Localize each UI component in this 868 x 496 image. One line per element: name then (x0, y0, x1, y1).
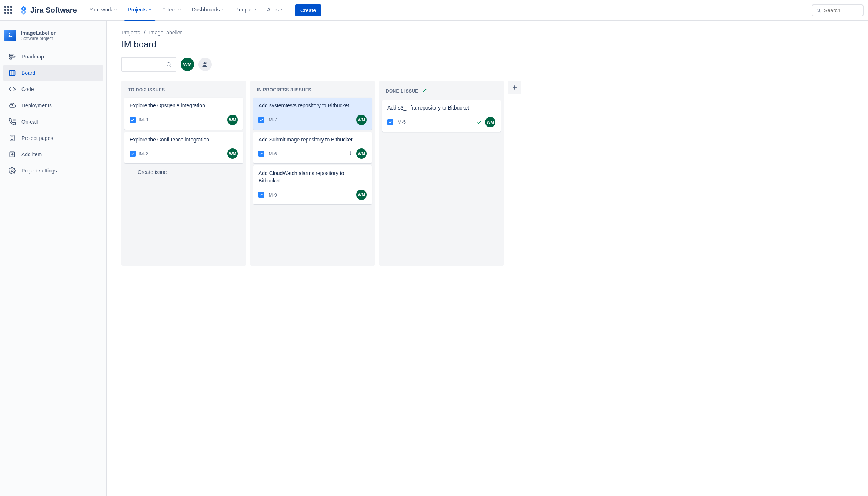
assignee-avatar[interactable]: WM (227, 115, 238, 125)
card-footer: IM-2WM (130, 148, 238, 159)
svg-point-0 (817, 9, 820, 11)
project-type: Software project (21, 36, 56, 41)
task-type-icon (258, 192, 264, 198)
card-title: Add s3_infra repository to Bitbucket (387, 104, 495, 112)
breadcrumb-item[interactable]: Projects (121, 30, 140, 36)
nav-projects[interactable]: Projects (124, 0, 156, 21)
assignee-avatar[interactable]: WM (227, 148, 238, 159)
card-footer: IM-5WM (387, 117, 495, 127)
issue-card[interactable]: Explore the Confluence integrationIM-2WM (124, 132, 243, 164)
board: TO DO 2 ISSUESExplore the Opsgenie integ… (121, 81, 853, 266)
app-switcher-icon[interactable] (4, 6, 13, 15)
issue-key: IM-7 (267, 117, 277, 123)
chevron-down-icon (114, 8, 117, 11)
card-meta: IM-5 (387, 119, 406, 125)
sidebar-item-oncall[interactable]: On-call (3, 114, 103, 130)
card-meta: IM-7 (258, 117, 277, 123)
sidebar-item-roadmap[interactable]: Roadmap (3, 49, 103, 64)
card-right: WM (356, 115, 367, 125)
card-title: Explore the Opsgenie integration (130, 102, 238, 110)
board-column: IN PROGRESS 3 ISSUESAdd systemtests repo… (250, 81, 375, 266)
svg-point-12 (167, 63, 170, 66)
board-column: DONE 1 ISSUEAdd s3_infra repository to B… (379, 81, 504, 266)
jira-logo-icon (19, 6, 28, 15)
issue-key: IM-5 (396, 119, 406, 125)
create-issue-label: Create issue (138, 169, 167, 175)
task-type-icon (258, 117, 264, 123)
settings-icon (8, 167, 16, 175)
nav-your-work[interactable]: Your work (86, 0, 121, 21)
column-header[interactable]: IN PROGRESS 3 ISSUES (253, 85, 372, 98)
issue-card[interactable]: Add systemtests repository to BitbucketI… (253, 98, 372, 130)
sidebar-item-board[interactable]: Board (3, 65, 103, 81)
sidebar-item-add[interactable]: Add item (3, 147, 103, 162)
card-right: WM (348, 148, 367, 159)
column-title: DONE 1 ISSUE (386, 88, 418, 94)
logo-text: Jira Software (30, 6, 77, 14)
card-meta: IM-6 (258, 151, 277, 157)
global-search[interactable] (812, 4, 864, 16)
deployments-icon (8, 101, 16, 110)
project-avatar-icon (4, 30, 16, 41)
nav-people[interactable]: People (232, 0, 261, 21)
assignee-avatar[interactable]: WM (356, 115, 367, 125)
issue-card[interactable]: Add CloudWatch alarms repository to Bitb… (253, 165, 372, 204)
svg-point-15 (350, 154, 351, 155)
create-button[interactable]: Create (295, 4, 321, 16)
done-check-icon (421, 87, 427, 95)
task-type-icon (258, 151, 264, 157)
svg-point-1 (9, 33, 10, 34)
board-search[interactable] (121, 57, 176, 72)
svg-point-7 (15, 120, 16, 120)
svg-rect-2 (10, 54, 13, 55)
roadmap-icon (8, 53, 16, 61)
search-icon (166, 61, 172, 68)
create-issue-button[interactable]: Create issue (124, 165, 243, 179)
card-footer: IM-3WM (130, 115, 238, 125)
card-right: WM (227, 115, 238, 125)
plus-icon (128, 169, 134, 175)
global-search-input[interactable] (824, 7, 859, 13)
chevron-down-icon (148, 8, 152, 11)
board-icon (8, 69, 16, 77)
card-footer: IM-7WM (258, 115, 367, 125)
user-avatar[interactable]: WM (181, 58, 194, 71)
done-check-icon (476, 119, 482, 125)
sidebar-item-deployments[interactable]: Deployments (3, 98, 103, 113)
sidebar-item-pages[interactable]: Project pages (3, 130, 103, 146)
assignee-avatar[interactable]: WM (356, 148, 367, 159)
issue-card[interactable]: Explore the Opsgenie integrationIM-3WM (124, 98, 243, 130)
card-title: Explore the Confluence integration (130, 136, 238, 144)
assignee-avatar[interactable]: WM (356, 190, 367, 200)
card-title: Add systemtests repository to Bitbucket (258, 102, 367, 110)
issue-card[interactable]: Add SubmitImage repository to BitbucketI… (253, 132, 372, 164)
card-right: WM (356, 190, 367, 200)
add-icon (8, 150, 16, 158)
column-title: IN PROGRESS 3 ISSUES (257, 87, 311, 93)
assignee-avatar[interactable]: WM (485, 117, 495, 127)
chevron-down-icon (221, 8, 225, 11)
card-footer: IM-6WM (258, 148, 367, 159)
svg-point-13 (204, 62, 206, 64)
page-title: IM board (121, 39, 853, 50)
sidebar-item-settings[interactable]: Project settings (3, 163, 103, 178)
column-header[interactable]: DONE 1 ISSUE (382, 85, 501, 100)
main-content: Projects / ImageLabeller IM board WM TO … (107, 21, 868, 496)
sidebar-item-code[interactable]: Code (3, 81, 103, 97)
breadcrumb-item[interactable]: ImageLabeller (149, 30, 182, 36)
task-type-icon (130, 117, 136, 123)
nav-apps[interactable]: Apps (263, 0, 288, 21)
nav-dashboards[interactable]: Dashboards (188, 0, 229, 21)
chevron-down-icon (253, 8, 257, 11)
sidebar-items: Roadmap Board Code Deployments On-call P… (3, 49, 103, 178)
search-icon (816, 7, 821, 13)
logo[interactable]: Jira Software (19, 6, 77, 15)
add-people-button[interactable] (198, 58, 212, 71)
add-column-button[interactable] (508, 81, 521, 94)
column-header[interactable]: TO DO 2 ISSUES (124, 85, 243, 98)
issue-card[interactable]: Add s3_infra repository to BitbucketIM-5… (382, 100, 501, 132)
board-search-input[interactable] (126, 62, 166, 67)
nav-filters[interactable]: Filters (158, 0, 185, 21)
card-meta: IM-3 (130, 117, 148, 123)
project-header[interactable]: ImageLabeller Software project (3, 30, 103, 49)
